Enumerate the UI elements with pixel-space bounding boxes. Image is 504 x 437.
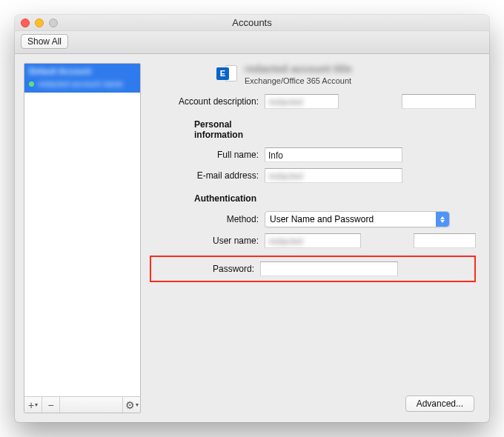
settings-gear-button[interactable]: ⚙︎▾ [122,397,140,413]
user-name-label: User name: [150,236,265,246]
window-title: Accounts [15,17,489,28]
accounts-sidebar: Default Account redacted account name +▾… [24,63,141,413]
email-label: E-mail address: [150,170,265,181]
select-arrows-icon [436,212,449,227]
chevron-down-icon: ▾ [35,401,38,408]
gear-icon: ⚙︎ [125,399,135,411]
account-subtitle: Exchange/Office 365 Account [245,76,352,85]
account-list-item[interactable]: redacted account name [24,77,140,93]
sidebar-footer: +▾ − ⚙︎▾ [24,396,140,413]
account-header: E redacted account title Exchange/Office… [216,63,476,85]
user-name-input[interactable]: redacted [265,233,361,248]
exchange-icon: E [216,64,237,84]
user-name-aux-input[interactable] [414,233,476,248]
remove-account-button[interactable]: − [42,397,60,413]
auth-method-value: User Name and Password [265,214,436,224]
account-name: redacted account name [38,79,123,88]
account-title: redacted account title [245,63,352,75]
status-online-icon [29,81,34,87]
account-description-aux-input[interactable] [402,94,476,109]
password-input[interactable] [260,261,398,276]
full-name-input[interactable]: Info [265,147,402,162]
plus-icon: + [28,399,34,411]
full-name-label: Full name: [150,150,265,160]
email-input[interactable]: redacted [265,168,402,183]
detail-footer: Advanced... [150,393,476,413]
accounts-window: Accounts Show All Default Account redact… [15,15,489,422]
toolbar: Show All [15,31,489,54]
password-highlight: Password: [150,256,476,282]
show-all-button[interactable]: Show All [21,34,68,49]
accounts-list: Default Account redacted account name [24,64,140,396]
window-body: Default Account redacted account name +▾… [15,54,489,422]
titlebar: Accounts [15,15,489,31]
account-detail-panel: E redacted account title Exchange/Office… [150,63,480,413]
account-description-label: Account description: [150,96,265,107]
account-description-input[interactable]: redacted [265,94,339,109]
chevron-down-icon: ▾ [136,401,139,408]
add-account-button[interactable]: +▾ [24,397,42,413]
authentication-section: Authentication [150,193,265,204]
method-label: Method: [150,214,265,224]
account-group-header: Default Account [24,64,140,77]
account-group-label: Default Account [29,67,91,76]
password-label: Password: [156,264,260,274]
personal-info-section: Personal information [150,119,265,140]
minus-icon: − [47,399,53,411]
advanced-button[interactable]: Advanced... [405,396,474,412]
auth-method-select[interactable]: User Name and Password [265,211,450,227]
